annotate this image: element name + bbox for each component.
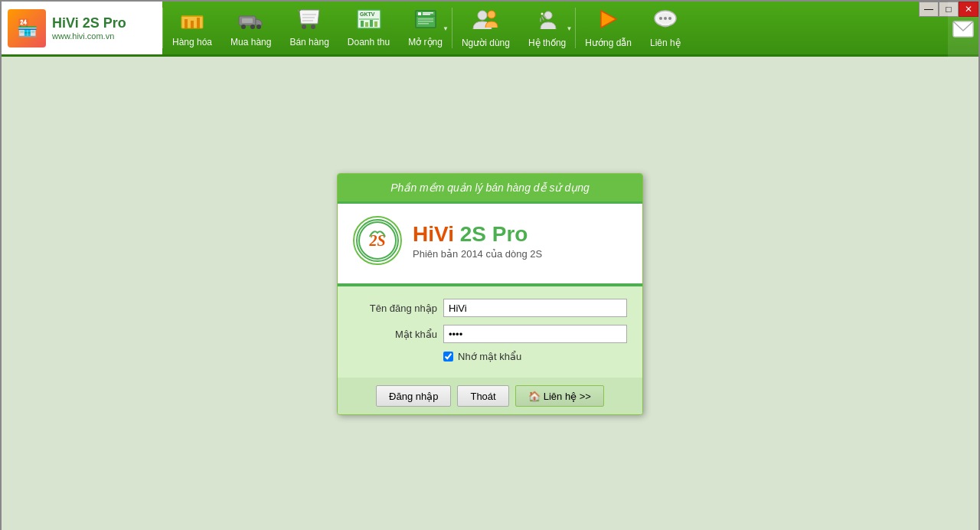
svg-rect-20 — [370, 20, 373, 27]
login-form: Tên đăng nhập Mật khẩu Nhớ mật khẩu — [338, 286, 642, 378]
svg-rect-26 — [423, 14, 430, 15]
password-label: Mật khẩu — [353, 329, 437, 340]
app-product-name: HiVi 2S Pro — [413, 222, 542, 247]
dialog-footer: Đăng nhập Thoát 🏠 Liên hệ >> — [338, 378, 642, 414]
app-version: Phiên bản 2014 của dòng 2S — [413, 248, 542, 260]
email-icon-corner[interactable] — [948, 2, 978, 57]
toolbar-label-hang-hoa: Hàng hóa — [172, 37, 212, 47]
password-row: Mật khẩu — [353, 325, 627, 343]
svg-rect-27 — [418, 18, 433, 20]
toolbar-item-lien-he[interactable]: Liên hệ — [641, 2, 690, 54]
svg-rect-3 — [197, 18, 200, 28]
toolbar: 🏪 HiVi 2S Pro www.hivi.com.vn — [2, 2, 978, 57]
nguoi-dung-icon — [472, 8, 499, 34]
logo-title: HiVi 2S Pro — [52, 15, 126, 32]
app-logo: 2S — [353, 216, 402, 265]
remember-row: Nhớ mật khẩu — [443, 351, 627, 362]
ban-hang-icon — [296, 8, 322, 34]
contact-button[interactable]: 🏠 Liên hệ >> — [515, 385, 604, 407]
svg-point-11 — [311, 25, 315, 29]
toolbar-label-mo-rong: Mở rộng — [408, 37, 443, 47]
svg-point-31 — [488, 11, 495, 18]
svg-rect-2 — [191, 21, 194, 28]
toolbar-item-ban-hang[interactable]: Bán hàng — [280, 2, 338, 54]
logo-area: 🏪 HiVi 2S Pro www.hivi.com.vn — [2, 2, 162, 54]
minimize-button[interactable]: — — [919, 2, 939, 17]
svg-point-6 — [241, 25, 246, 29]
svg-point-9 — [256, 25, 261, 29]
app-name-area: HiVi 2S Pro Phiên bản 2014 của dòng 2S — [413, 222, 542, 260]
username-row: Tên đăng nhập — [353, 299, 627, 317]
mua-hang-icon — [237, 8, 265, 34]
he-thong-icon — [534, 8, 560, 34]
lien-he-icon — [652, 8, 678, 34]
svg-rect-19 — [365, 22, 368, 27]
mo-rong-dropdown-arrow: ▼ — [443, 25, 449, 31]
remember-checkbox[interactable] — [443, 352, 453, 362]
doanh-thu-icon: GKTV — [356, 8, 382, 34]
toolbar-label-ban-hang: Bán hàng — [289, 37, 328, 47]
toolbar-item-doanh-thu[interactable]: GKTV Doanh thu — [338, 2, 399, 54]
password-input[interactable] — [443, 325, 627, 343]
toolbar-label-nguoi-dung: Người dùng — [462, 38, 510, 48]
svg-rect-29 — [418, 23, 429, 25]
svg-point-33 — [541, 13, 543, 15]
svg-rect-24 — [418, 12, 421, 15]
login-button[interactable]: Đăng nhập — [376, 385, 451, 407]
svg-text:GKTV: GKTV — [360, 11, 375, 17]
contact-label: Liên hệ >> — [544, 391, 591, 402]
he-thong-dropdown-arrow: ▼ — [566, 25, 572, 31]
svg-rect-25 — [423, 12, 433, 14]
login-dialog: Phần mềm quản lý bán hàng dễ sử dụng 2S — [337, 173, 643, 415]
svg-rect-18 — [361, 21, 364, 27]
huong-dan-icon — [596, 8, 621, 34]
logo-icon: 🏪 — [8, 9, 46, 47]
svg-marker-34 — [601, 11, 616, 28]
toolbar-item-mo-rong[interactable]: Mở rộng ▼ — [399, 2, 452, 54]
toolbar-item-huong-dan[interactable]: Hướng dẫn — [576, 2, 641, 54]
toolbar-label-mua-hang: Mua hàng — [230, 37, 271, 47]
svg-rect-21 — [374, 21, 377, 27]
svg-point-38 — [664, 17, 667, 20]
svg-point-30 — [478, 11, 487, 20]
dialog-header: Phần mềm quản lý bán hàng dễ sử dụng — [338, 174, 642, 204]
toolbar-label-huong-dan: Hướng dẫn — [585, 38, 632, 48]
toolbar-item-mua-hang[interactable]: Mua hàng — [221, 2, 280, 54]
logo-subtitle: www.hivi.com.vn — [52, 31, 126, 41]
content-area: Phần mềm quản lý bán hàng dễ sử dụng 2S — [2, 57, 978, 530]
svg-point-7 — [250, 25, 255, 29]
svg-point-10 — [302, 25, 306, 29]
contact-icon: 🏠 — [528, 391, 541, 402]
toolbar-label-he-thong: Hệ thống — [528, 38, 566, 48]
toolbar-label-doanh-thu: Doanh thu — [348, 37, 390, 47]
toolbar-label-lien-he: Liên hệ — [650, 38, 681, 48]
toolbar-item-he-thong[interactable]: Hệ thống ▼ — [519, 2, 575, 54]
username-label: Tên đăng nhập — [353, 303, 437, 314]
svg-rect-1 — [185, 19, 188, 28]
svg-rect-8 — [242, 18, 253, 23]
dialog-body: 2S HiVi 2S Pro Phiên bản 2014 của dòng 2… — [338, 204, 642, 286]
svg-point-39 — [668, 17, 671, 20]
username-input[interactable] — [443, 299, 627, 317]
mo-rong-icon — [413, 8, 438, 34]
svg-rect-28 — [418, 21, 433, 22]
exit-button[interactable]: Thoát — [457, 385, 508, 407]
toolbar-item-nguoi-dung[interactable]: Người dùng — [452, 2, 519, 54]
logo-text-area: HiVi 2S Pro www.hivi.com.vn — [52, 15, 126, 41]
remember-label: Nhớ mật khẩu — [458, 351, 521, 362]
dialog-tagline: Phần mềm quản lý bán hàng dễ sử dụng — [350, 182, 630, 194]
svg-point-37 — [659, 17, 662, 20]
app-logo-inner: 2S — [356, 219, 399, 262]
app-info: 2S HiVi 2S Pro Phiên bản 2014 của dòng 2… — [353, 216, 627, 265]
toolbar-item-hang-hoa[interactable]: Hàng hóa — [163, 2, 221, 54]
hang-hoa-icon — [180, 8, 204, 34]
